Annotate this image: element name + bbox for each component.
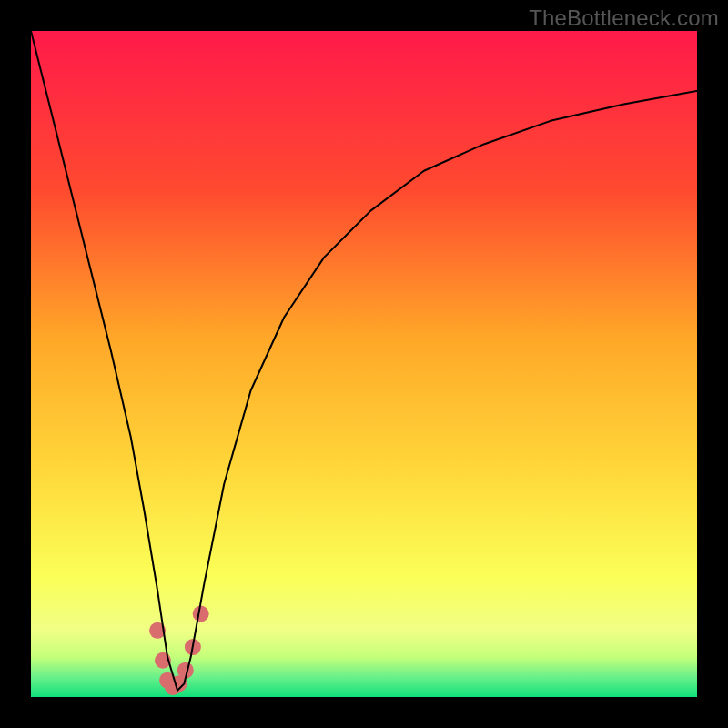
highlight-dot: [193, 606, 209, 622]
plot-area: [31, 31, 697, 697]
watermark-text: TheBottleneck.com: [529, 5, 719, 31]
chart-frame: TheBottleneck.com: [0, 0, 728, 728]
plot-svg: [31, 31, 697, 697]
gradient-background: [31, 31, 697, 697]
